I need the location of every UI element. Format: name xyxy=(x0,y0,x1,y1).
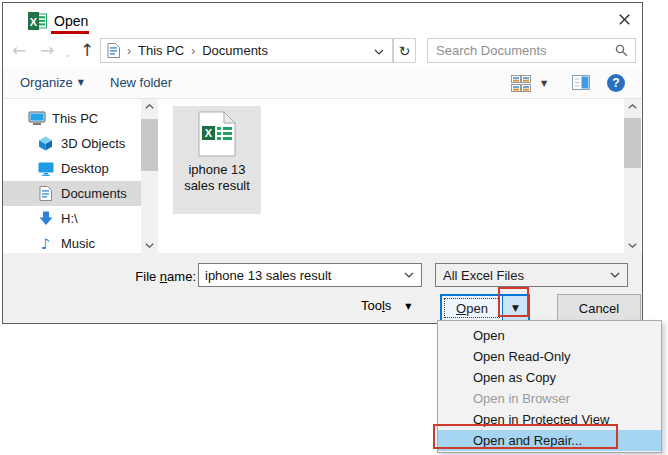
cancel-button[interactable]: Cancel xyxy=(557,294,641,322)
view-mode-icon[interactable] xyxy=(511,75,531,92)
dialog-footer: File name: All Excel Files Tools▼ Open xyxy=(3,253,642,323)
up-icon[interactable]: ↑ xyxy=(80,39,94,61)
file-list: X iphone 13 sales result xyxy=(158,99,624,253)
documents-icon xyxy=(107,43,120,58)
menu-item-open-as-copy[interactable]: Open as Copy xyxy=(438,367,661,388)
address-breadcrumb-bar[interactable]: › This PC › Documents xyxy=(100,38,393,63)
sidebar-item-3d-objects[interactable]: 3D Objects xyxy=(3,131,141,156)
file-name-dropdown-chevron-icon[interactable] xyxy=(404,272,414,278)
title-bar: X Open xyxy=(3,3,642,34)
search-icon[interactable] xyxy=(615,44,628,57)
scroll-down-icon[interactable] xyxy=(141,238,158,253)
file-item-label: iphone 13 sales result xyxy=(180,162,254,194)
menu-item-open-in-browser: Open in Browser xyxy=(438,388,661,409)
navigation-pane: This PC 3D Objects xyxy=(3,99,141,253)
menu-item-open-read-only[interactable]: Open Read-Only xyxy=(438,346,661,367)
view-mode-chevron-icon[interactable]: ▼ xyxy=(541,79,547,88)
tools-dropdown-icon: ▼ xyxy=(405,302,411,311)
excel-file-icon: X xyxy=(198,111,236,157)
search-box xyxy=(427,38,636,63)
organize-button[interactable]: Organize▼ xyxy=(20,75,84,90)
scrollbar-thumb[interactable] xyxy=(141,119,158,171)
sidebar-item-label: 3D Objects xyxy=(61,136,125,151)
new-folder-button[interactable]: New folder xyxy=(110,75,172,90)
this-pc-icon xyxy=(27,111,46,126)
excel-app-icon: X xyxy=(28,12,47,30)
open-split-button: Open ▼ xyxy=(440,294,530,322)
file-item-iphone-13-sales-result[interactable]: X iphone 13 sales result xyxy=(173,106,261,214)
scroll-down-icon[interactable] xyxy=(624,238,641,253)
focus-rectangle xyxy=(444,298,500,318)
sidebar-scrollbar[interactable] xyxy=(141,99,158,253)
music-icon: ♪ xyxy=(36,235,55,253)
sidebar-item-this-pc[interactable]: This PC xyxy=(3,106,141,131)
breadcrumb-chevron-icon[interactable]: › xyxy=(191,44,195,58)
close-icon[interactable] xyxy=(613,10,635,28)
file-list-scrollbar[interactable] xyxy=(624,99,641,253)
menu-item-open[interactable]: Open xyxy=(438,325,661,346)
tools-button[interactable]: Tools▼ xyxy=(361,298,412,313)
sidebar-item-label: Documents xyxy=(61,186,127,201)
address-bar-row: ← → ⌄ ↑ › This PC › Documents xyxy=(3,34,642,67)
breadcrumb-this-pc[interactable]: This PC xyxy=(138,43,184,58)
open-dropdown-icon: ▼ xyxy=(512,303,519,313)
menu-item-open-and-repair[interactable]: Open and Repair... xyxy=(438,430,661,451)
mapped-drive-icon xyxy=(36,211,55,226)
scroll-up-icon[interactable] xyxy=(141,99,158,114)
svg-text:X: X xyxy=(30,16,38,28)
breadcrumb-chevron-icon[interactable]: › xyxy=(127,44,131,58)
sidebar-item-label: Desktop xyxy=(61,161,109,176)
desktop-icon xyxy=(36,162,55,176)
back-icon[interactable]: ← xyxy=(12,39,26,61)
sidebar-item-label: Music xyxy=(61,236,95,251)
screenshot-root: X Open ← → ⌄ ↑ xyxy=(0,0,668,455)
cancel-button-label: Cancel xyxy=(579,301,619,316)
preview-pane-icon[interactable] xyxy=(572,75,590,90)
open-dialog: X Open ← → ⌄ ↑ xyxy=(2,2,643,324)
forward-icon[interactable]: → xyxy=(40,39,54,61)
window-title: Open xyxy=(54,13,88,29)
sidebar-item-desktop[interactable]: Desktop xyxy=(3,156,141,181)
svg-text:X: X xyxy=(205,127,213,139)
file-type-dropdown-chevron-icon xyxy=(610,272,620,278)
file-type-value: All Excel Files xyxy=(443,268,610,283)
sidebar-item-label: H:\ xyxy=(61,211,78,226)
content-area: This PC 3D Objects xyxy=(3,99,642,253)
breadcrumb-documents[interactable]: Documents xyxy=(202,43,268,58)
file-name-combobox xyxy=(198,263,422,287)
file-name-input[interactable] xyxy=(205,268,404,283)
menu-item-open-in-protected-view[interactable]: Open in Protected View xyxy=(438,409,661,430)
file-name-label: File name: xyxy=(121,269,196,284)
scrollbar-thumb[interactable] xyxy=(624,118,641,168)
open-dropdown-arrow-button[interactable]: ▼ xyxy=(502,296,528,320)
address-dropdown-chevron-icon[interactable] xyxy=(374,43,384,58)
help-icon[interactable]: ? xyxy=(607,74,625,92)
sidebar-item-label: This PC xyxy=(52,111,98,126)
file-type-select[interactable]: All Excel Files xyxy=(435,263,628,287)
organize-dropdown-icon: ▼ xyxy=(78,78,84,87)
open-button[interactable]: Open xyxy=(442,296,502,320)
sidebar-item-h-drive[interactable]: H:\ xyxy=(3,206,141,231)
recent-locations-chevron-icon[interactable]: ⌄ xyxy=(64,44,71,66)
refresh-icon[interactable]: ↻ xyxy=(393,38,416,63)
search-input[interactable] xyxy=(436,43,615,58)
documents-icon xyxy=(36,186,55,201)
3d-objects-icon xyxy=(36,136,55,151)
open-dropdown-menu: Open Open Read-Only Open as Copy Open in… xyxy=(437,320,662,453)
sidebar-item-documents[interactable]: Documents xyxy=(3,181,141,206)
scroll-up-icon[interactable] xyxy=(624,99,641,114)
command-bar: Organize▼ New folder ▼ xyxy=(3,67,642,99)
